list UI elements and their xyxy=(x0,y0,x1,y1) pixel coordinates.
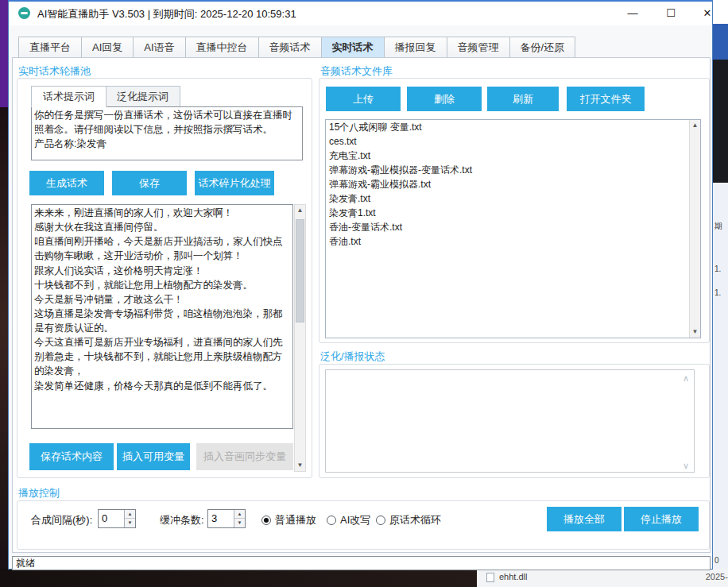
insert-variable-button[interactable]: 插入可用变量 xyxy=(117,443,190,470)
status-bar: 就绪 xyxy=(12,556,711,570)
stepper-up-icon[interactable]: ▲ xyxy=(125,510,135,519)
strip-fragment: 1. xyxy=(714,288,721,297)
radio-original-loop[interactable]: 原话术循环 xyxy=(376,513,441,527)
file-list-scrollbar[interactable]: ▲ ▼ xyxy=(689,120,700,338)
list-item[interactable]: 充电宝.txt xyxy=(326,149,700,163)
desktop-explorer-strip: ehht.dll 2025-1 xyxy=(477,569,728,587)
radio-dot xyxy=(261,516,271,525)
scroll-down-icon[interactable]: ▼ xyxy=(295,460,305,471)
radio-dot xyxy=(376,516,385,525)
wallpaper-left-dark xyxy=(0,107,8,587)
maximize-button[interactable]: ☐ xyxy=(657,5,684,22)
minimize-button[interactable]: — xyxy=(619,5,646,22)
radio-ai-rewrite[interactable]: AI改写 xyxy=(327,513,370,527)
radio-normal-play[interactable]: 普通播放 xyxy=(261,513,316,527)
stepper-arrows: ▲ ▼ xyxy=(124,510,135,527)
buffer-value[interactable]: 3 xyxy=(211,512,217,524)
file-icon xyxy=(486,573,494,582)
tab-realtime-script[interactable]: 实时话术 xyxy=(321,37,384,58)
tab-live-console[interactable]: 直播中控台 xyxy=(185,37,258,58)
list-item[interactable]: 染发膏1.txt xyxy=(326,206,700,220)
stepper-down-icon[interactable]: ▼ xyxy=(234,519,245,527)
generate-script-button[interactable]: 生成话术 xyxy=(29,171,104,195)
scroll-up-icon[interactable]: ∧ xyxy=(683,373,710,384)
app-icon xyxy=(18,7,30,19)
subtab-generalize-prompt[interactable]: 泛化提示词 xyxy=(105,86,180,107)
tab-audio-script[interactable]: 音频话术 xyxy=(258,37,321,58)
radio-dot xyxy=(327,516,336,525)
status-textarea[interactable] xyxy=(325,369,695,473)
file-list: 15个八戒闲聊 变量.txt ces.txt 充电宝.txt 弹幕游戏-霸业模拟… xyxy=(325,119,701,338)
play-all-button[interactable]: 播放全部 xyxy=(547,507,622,531)
title-bar: AI智能直播助手 V3.503 | 到期时间: 2025-12-20 10:59… xyxy=(9,2,712,25)
stepper-down-icon[interactable]: ▼ xyxy=(125,519,135,527)
stop-play-button[interactable]: 停止播放 xyxy=(624,507,699,531)
strip-fragment: 1. xyxy=(714,265,721,273)
open-folder-button[interactable]: 打开文件夹 xyxy=(567,87,645,111)
insert-sync-variable-button: 插入音画同步变量 xyxy=(196,443,293,470)
tab-audio-manage[interactable]: 音频管理 xyxy=(447,37,509,58)
scroll-up-icon[interactable]: ▲ xyxy=(690,120,700,131)
list-item[interactable]: 15个八戒闲聊 变量.txt xyxy=(326,120,700,134)
interval-label: 合成间隔(秒): xyxy=(31,513,92,527)
list-item[interactable]: 染发膏.txt xyxy=(326,191,700,206)
stepper-up-icon[interactable]: ▲ xyxy=(234,510,245,519)
radio-label: AI改写 xyxy=(340,513,370,527)
file-library-title: 音频话术文件库 xyxy=(320,64,393,79)
wallpaper-bottom-dark xyxy=(0,569,477,587)
scroll-down-icon[interactable]: ∨ xyxy=(683,461,710,471)
radio-label: 原话术循环 xyxy=(389,513,441,527)
delete-button[interactable]: 删除 xyxy=(407,87,482,111)
tab-live-platform[interactable]: 直播平台 xyxy=(18,37,81,58)
interval-value[interactable]: 0 xyxy=(102,512,107,524)
wallpaper-left-purple xyxy=(0,0,8,107)
left-group-title: 实时话术轮播池 xyxy=(18,64,91,79)
list-item[interactable]: 香油-变量话术.txt xyxy=(326,220,700,234)
background-date-fragment: 2025-1 xyxy=(706,572,728,581)
playback-title: 播放控制 xyxy=(18,486,60,500)
upload-button[interactable]: 上传 xyxy=(326,87,401,111)
refresh-button[interactable]: 刷新 xyxy=(487,87,559,111)
strip-fragment: 0 xyxy=(714,556,719,565)
right-strip-blue xyxy=(713,24,728,60)
window-title: AI智能直播助手 V3.503 | 到期时间: 2025-12-20 10:59… xyxy=(37,7,296,21)
scroll-thumb[interactable] xyxy=(296,219,304,322)
tab-ai-reply[interactable]: AI回复 xyxy=(81,37,133,58)
buffer-label: 缓冲条数: xyxy=(160,513,204,527)
subtab-script-prompt[interactable]: 话术提示词 xyxy=(31,86,106,107)
list-item[interactable]: ces.txt xyxy=(326,134,700,149)
close-button[interactable]: ✕ xyxy=(694,5,721,22)
desktop-background: ehht.dll 2025-1 期 1. 1. 0 AI智能直播助手 V3.50… xyxy=(0,0,728,587)
tab-backup-restore[interactable]: 备份/还原 xyxy=(509,37,576,58)
interval-stepper[interactable]: 0 ▲ ▼ xyxy=(98,509,136,528)
script-textarea[interactable]: 来来来，刚进直播间的家人们，欢迎大家啊！ 感谢大伙在我这直播间停留。 咱直播间刚… xyxy=(31,204,293,429)
desktop-right-strip: 期 1. 1. 0 xyxy=(713,0,728,569)
right-strip-dark xyxy=(713,60,728,183)
status-panel-title: 泛化/播报状态 xyxy=(320,349,385,364)
tab-ai-voice[interactable]: AI语音 xyxy=(133,37,184,58)
fragmentize-button[interactable]: 话术碎片化处理 xyxy=(195,171,274,195)
app-window: AI智能直播助手 V3.503 | 到期时间: 2025-12-20 10:59… xyxy=(8,0,713,570)
prompt-textarea[interactable]: 你的任务是撰写一份直播话术，这份话术可以直接在直播时照着念。请仔细阅读以下信息，… xyxy=(31,106,303,160)
strip-fragment: 期 xyxy=(714,221,722,232)
radio-label: 普通播放 xyxy=(275,513,316,527)
list-item[interactable]: 香油.txt xyxy=(326,234,700,249)
tab-broadcast-reply[interactable]: 播报回复 xyxy=(384,37,447,58)
background-file-name: ehht.dll xyxy=(499,572,527,581)
list-item[interactable]: 弹幕游戏-霸业模拟器.txt xyxy=(326,177,700,191)
scroll-down-icon[interactable]: ▼ xyxy=(690,326,700,338)
save-script-content-button[interactable]: 保存话术内容 xyxy=(29,443,114,470)
save-button[interactable]: 保存 xyxy=(112,171,187,195)
main-tab-bar: 直播平台 AI回复 AI语音 直播中控台 音频话术 实时话术 播报回复 音频管理… xyxy=(18,37,575,58)
script-scrollbar[interactable]: ▲ ▼ xyxy=(294,204,306,472)
stepper-arrows: ▲ ▼ xyxy=(234,510,245,527)
scroll-up-icon[interactable]: ▲ xyxy=(295,205,305,216)
list-item[interactable]: 弹幕游戏-霸业模拟器-变量话术.txt xyxy=(326,163,700,177)
buffer-stepper[interactable]: 3 ▲ ▼ xyxy=(207,509,246,528)
